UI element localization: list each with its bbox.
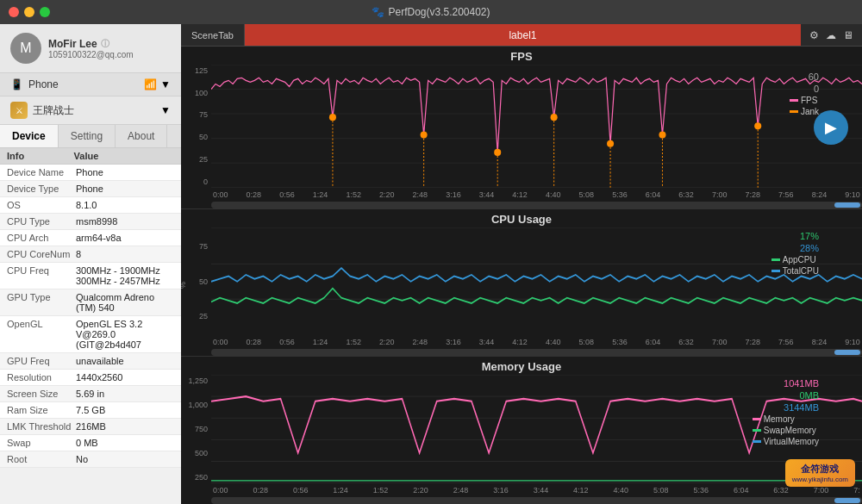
table-row: Device Name Phone [0, 165, 181, 181]
memory-chart-title: Memory Usage [181, 357, 862, 375]
memory-scrollbar-thumb[interactable] [834, 498, 860, 503]
window-title: PerfDog(v3.5.200402) [388, 6, 490, 18]
cpu-scrollbar[interactable] [211, 349, 862, 356]
fps-x-axis: 0:00 0:28 0:56 1:24 1:52 2:20 2:48 3:16 … [181, 188, 862, 202]
svg-point-6 [329, 114, 336, 121]
cpu-chart-body: 75 50 25 % [181, 227, 862, 336]
svg-point-9 [551, 114, 558, 121]
selector-right: 📶 ▼ [144, 78, 171, 90]
memory-legend: 1041MB 0MB 3144MB Memory SwapMemory [753, 378, 819, 446]
settings-icon[interactable]: ⚙ [809, 29, 819, 41]
app-selector[interactable]: ⚔ 王牌战士 ▼ [0, 96, 181, 125]
cpu-chart-title: CPU Usage [181, 209, 862, 227]
minimize-button[interactable] [24, 7, 34, 17]
phone-label: 📱 Phone [10, 78, 59, 90]
cpu-scrollbar-thumb[interactable] [834, 350, 860, 355]
scene-tab-active[interactable]: label1 [245, 24, 801, 46]
user-profile: M MoFir Lee ⓘ 1059100322@qq.com [0, 24, 181, 73]
watermark: 金符游戏 www.yikajinfu.com [785, 459, 855, 487]
wifi-icon: 📶 [144, 78, 157, 90]
app-icon: ⚔ [10, 102, 28, 119]
titlebar: 🐾 PerfDog(v3.5.200402) [0, 0, 862, 24]
table-row: GPU Freq unavailable [0, 353, 181, 370]
table-row: CPU Type msm8998 [0, 214, 181, 230]
app-dropdown-arrow[interactable]: ▼ [160, 104, 171, 116]
close-button[interactable] [9, 7, 19, 17]
table-row: Ram Size 7.5 GB [0, 402, 181, 419]
cloud-icon[interactable]: ☁ [826, 29, 836, 41]
main-layout: M MoFir Lee ⓘ 1059100322@qq.com 📱 Phone … [0, 24, 862, 504]
content-area: SceneTab label1 ⚙ ☁ 🖥 FPS ▶ 125 100 75 [181, 24, 862, 504]
sidebar: M MoFir Lee ⓘ 1059100322@qq.com 📱 Phone … [0, 24, 181, 504]
cpu-chart-section: CPU Usage 75 50 25 % [181, 209, 862, 358]
table-row: Swap 0 MB [0, 435, 181, 451]
memory-chart-section: Memory Usage 1,250 1,000 750 500 250 [181, 357, 862, 504]
device-info-table: Device Name Phone Device Type Phone OS 8… [0, 165, 181, 504]
table-row: CPU Freq 300MHz - 1900MHz 300MHz - 2457M… [0, 263, 181, 289]
cpu-x-axis: 0:00 0:28 0:56 1:24 1:52 2:20 2:48 3:16 … [181, 335, 862, 349]
table-row: OpenGL OpenGL ES 3.2 V@269.0 (GIT@2b4d40… [0, 316, 181, 353]
table-row: LMK Threshold 216MB [0, 419, 181, 435]
scene-tab-icons: ⚙ ☁ 🖥 [801, 29, 862, 41]
table-row: CPU CoreNum 8 [0, 246, 181, 263]
user-info: MoFir Lee ⓘ 1059100322@qq.com [48, 38, 134, 59]
fps-svg [211, 65, 862, 188]
table-row: OS 8.1.0 [0, 197, 181, 214]
charts-area: FPS ▶ 125 100 75 50 25 0 [181, 47, 862, 504]
table-row: Device Type Phone [0, 181, 181, 197]
cpu-canvas: 17% 28% AppCPU TotalCPU [211, 227, 862, 336]
dropdown-arrow[interactable]: ▼ [160, 78, 171, 90]
cpu-svg [211, 227, 862, 336]
fps-legend: 60 0 FPS Jank [790, 72, 819, 116]
avatar: M [10, 33, 41, 64]
maximize-button[interactable] [40, 7, 50, 17]
tab-device[interactable]: Device [0, 125, 59, 147]
table-row: GPU Type Qualcomm Adreno (TM) 540 [0, 289, 181, 316]
cpu-y-label: % [181, 282, 187, 289]
cpu-legend: 17% 28% AppCPU TotalCPU [771, 231, 819, 276]
info-icon[interactable]: ⓘ [101, 38, 109, 50]
tab-about[interactable]: About [116, 125, 167, 147]
fps-y-axis: 125 100 75 50 25 0 [181, 65, 211, 188]
info-table-header: Info Value [0, 148, 181, 165]
user-name: MoFir Lee ⓘ [48, 38, 134, 50]
scene-tab-bar: SceneTab label1 ⚙ ☁ 🖥 [181, 24, 862, 47]
fps-scrollbar[interactable] [211, 202, 862, 208]
scene-tab-label: SceneTab [181, 24, 245, 46]
phone-icon: 📱 [10, 78, 23, 90]
fps-chart-body: 125 100 75 50 25 0 [181, 65, 862, 188]
table-row: CPU Arch arm64-v8a [0, 230, 181, 246]
memory-y-axis: 1,250 1,000 750 500 250 [181, 375, 211, 483]
monitor-icon[interactable]: 🖥 [843, 29, 853, 41]
watermark-url: www.yikajinfu.com [792, 476, 848, 483]
fps-scrollbar-thumb[interactable] [834, 202, 860, 208]
memory-scrollbar[interactable] [211, 497, 862, 504]
fps-chart-section: FPS ▶ 125 100 75 50 25 0 [181, 47, 862, 209]
memory-x-axis: 0:00 0:28 0:56 1:24 1:52 2:20 2:48 3:16 … [181, 483, 862, 497]
app-icon: 🐾 [372, 6, 384, 18]
window-controls [9, 7, 50, 17]
table-row: Root No [0, 451, 181, 468]
device-tabs: Device Setting About [0, 125, 181, 148]
app-label: ⚔ 王牌战士 [10, 102, 74, 119]
table-row: Screen Size 5.69 in [0, 386, 181, 402]
fps-canvas: 60 0 FPS Jank [211, 65, 862, 188]
watermark-title: 金符游戏 [792, 463, 848, 476]
fps-chart-title: FPS [181, 47, 862, 65]
memory-canvas: 1041MB 0MB 3144MB Memory SwapMemory [211, 375, 862, 483]
tab-setting[interactable]: Setting [59, 125, 116, 147]
play-button[interactable]: ▶ [814, 110, 848, 145]
memory-chart-body: 1,250 1,000 750 500 250 [181, 375, 862, 483]
user-email: 1059100322@qq.com [48, 50, 134, 59]
table-row: Resolution 1440x2560 [0, 370, 181, 386]
phone-selector[interactable]: 📱 Phone 📶 ▼ [0, 73, 181, 96]
